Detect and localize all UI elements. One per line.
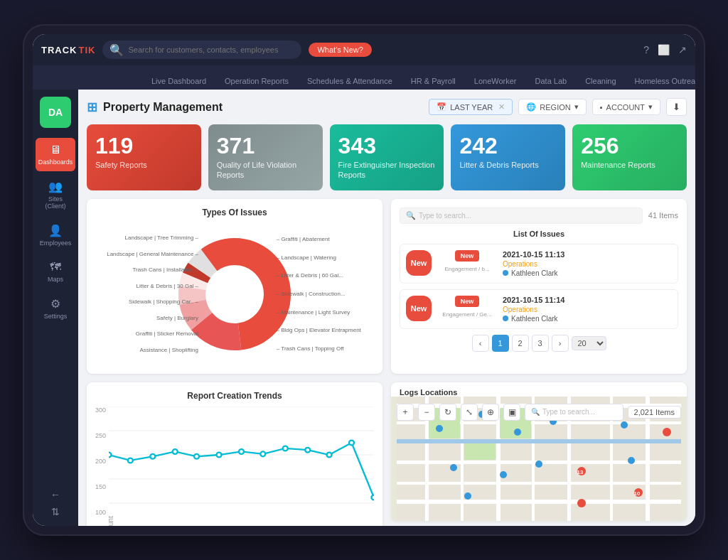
svg-point-25 (372, 495, 374, 500)
user-name-2: Kathleen Clark (511, 315, 558, 323)
list-issues-panel: 🔍 Type to search... 41 Items List Of Iss… (391, 199, 687, 374)
page-2-button[interactable]: 2 (512, 335, 529, 352)
status-badge-1: New (455, 250, 480, 262)
svg-point-17 (194, 453, 199, 458)
label-litter-30: Litter & Debris | 30 Gal – (95, 283, 198, 289)
fullscreen-button[interactable]: ⤡ (461, 404, 478, 421)
list-item-2: New New Engagement / Ge... 2021-10-15 11… (400, 289, 678, 329)
sidebar-item-employees[interactable]: 👤 Employees (36, 218, 75, 252)
list-item-status-1: New Engagement / b... (439, 250, 496, 272)
tab-operation-reports[interactable]: Operation Reports (216, 72, 297, 90)
label-safety-burglary: Safety | Burglary (95, 315, 198, 321)
arrow-left-icon[interactable]: ← (50, 489, 60, 500)
sidebar-item-sites[interactable]: 👥 Sites (Client) (36, 174, 75, 215)
list-title: List Of Issues (400, 230, 678, 238)
layers-button[interactable]: ▣ (503, 404, 520, 421)
sidebar-item-maps[interactable]: 🗺 Maps (36, 255, 75, 289)
y-axis: 300 250 200 150 100 (95, 406, 106, 526)
dashboards-icon: 🖥 (50, 144, 61, 156)
user-name-1: Kathleen Clark (511, 269, 558, 277)
y-label-150: 150 (95, 483, 106, 490)
search-bar[interactable]: 🔍 (102, 41, 301, 59)
tab-data-lab[interactable]: Data Lab (527, 72, 576, 90)
list-item: New New Engagement / b... 2021-10-15 11:… (400, 244, 678, 284)
page-title: ⊞ Property Management (87, 99, 223, 115)
svg-point-55 (535, 461, 542, 468)
user-avatar-1 (503, 270, 508, 276)
logo: TRACKTIK (41, 45, 95, 55)
item-user-2: Kathleen Clark (503, 315, 564, 323)
item-link-1[interactable]: Operations (503, 260, 564, 268)
fire-extinguisher-label: Fire Extinguisher Inspection Reports (338, 160, 436, 181)
map-search[interactable]: 🔍 Type to search... (525, 404, 623, 421)
prev-page-button[interactable]: ‹ (472, 335, 489, 352)
search-input[interactable] (128, 45, 294, 54)
list-item-badge-area: New (406, 250, 432, 276)
litter-debris-number: 242 (459, 134, 557, 157)
y-label-200: 200 (95, 458, 106, 465)
svg-point-18 (217, 452, 222, 457)
item-link-2[interactable]: Operations (503, 306, 564, 313)
sidebar-bottom: ← ⇅ (50, 489, 60, 526)
label-graffiti-sticker: Graffiti | Sticker Removal (95, 330, 198, 337)
tab-loneworker[interactable]: LoneWorker (466, 72, 525, 90)
last-year-filter[interactable]: 📅 LAST YEAR ✕ (429, 99, 513, 115)
account-chevron-icon: ▾ (648, 102, 653, 112)
sort-icon[interactable]: ⇅ (51, 506, 60, 517)
donut-chart-container: Landscape | Tree Trimming – Landscape | … (95, 223, 374, 365)
last-year-label: LAST YEAR (450, 103, 493, 112)
tablet-frame: TRACKTIK 🔍 What's New? ? ⬜ ↗ Live Dashbo… (23, 24, 705, 536)
svg-rect-44 (397, 439, 681, 443)
calendar-icon: 📅 (437, 102, 446, 112)
account-filter[interactable]: ▪ ACCOUNT ▾ (592, 99, 660, 115)
map-search-icon: 🔍 (531, 408, 540, 416)
tab-cleaning[interactable]: Cleaning (577, 72, 624, 90)
share-icon[interactable]: ↗ (678, 44, 687, 55)
zoom-out-button[interactable]: − (418, 404, 435, 421)
top-bar: TRACKTIK 🔍 What's New? ? ⬜ ↗ (33, 34, 695, 65)
grid-icon: ⊞ (87, 99, 97, 115)
tab-live-dashboard[interactable]: Live Dashboard (143, 72, 215, 90)
svg-point-23 (327, 452, 332, 457)
tab-hr-payroll[interactable]: HR & Payroll (402, 72, 464, 90)
safety-reports-number: 119 (95, 134, 193, 157)
map-count: 2,021 Items (628, 406, 681, 419)
label-landscape-tree: Landscape | Tree Trimming – (95, 235, 198, 241)
screen: TRACKTIK 🔍 What's New? ? ⬜ ↗ Live Dashbo… (33, 34, 695, 526)
litter-debris-label: Litter & Debris Reports (459, 160, 557, 170)
donut-chart-title: Types Of Issues (95, 208, 374, 217)
tab-schedules[interactable]: Schedules & Attendance (299, 72, 401, 90)
account-icon: ▪ (600, 103, 603, 112)
svg-point-19 (239, 449, 244, 454)
chevron-down-icon: ▾ (574, 102, 579, 112)
content-area: ⊞ Property Management 📅 LAST YEAR ✕ 🌐 RE… (78, 90, 695, 526)
region-filter[interactable]: 🌐 REGION ▾ (518, 99, 586, 115)
page-3-button[interactable]: 3 (532, 335, 549, 352)
refresh-button[interactable]: ↻ (439, 404, 456, 421)
sidebar-item-dashboards[interactable]: 🖥 Dashboards (36, 138, 75, 171)
zoom-in-button[interactable]: + (397, 404, 414, 421)
download-button[interactable]: ⬇ (666, 98, 687, 116)
donut-right-labels: – Graffiti | Abatement – Landscape | Wat… (277, 223, 374, 365)
svg-point-53 (450, 464, 457, 471)
monitor-icon[interactable]: ⬜ (658, 44, 670, 55)
svg-point-22 (305, 447, 310, 452)
status-sub-1: Engagement / b... (444, 266, 489, 272)
status-badge-2: New (455, 296, 480, 307)
svg-point-59 (577, 499, 586, 507)
per-page-select[interactable]: 20 50 100 (572, 336, 606, 350)
trend-chart-svg-container: Count (109, 406, 374, 526)
page-1-button[interactable]: 1 (492, 335, 509, 352)
help-icon[interactable]: ? (643, 44, 649, 55)
list-search[interactable]: 🔍 Type to search... (400, 208, 643, 224)
next-page-button[interactable]: › (552, 335, 569, 352)
svg-point-7 (206, 266, 263, 323)
crosshair-button[interactable]: ⊕ (482, 404, 499, 421)
logo-track: TRACK (41, 45, 77, 55)
remove-last-year-button[interactable]: ✕ (498, 102, 505, 112)
nav-tabs: Live Dashboard Operation Reports Schedul… (33, 65, 695, 90)
tab-homeless-outreach[interactable]: Homeless Outreach (626, 72, 695, 90)
safety-reports-card: 119 Safety Reports (87, 124, 201, 190)
sidebar-item-settings[interactable]: ⚙ Settings (36, 291, 75, 325)
whats-new-button[interactable]: What's New? (309, 43, 371, 57)
